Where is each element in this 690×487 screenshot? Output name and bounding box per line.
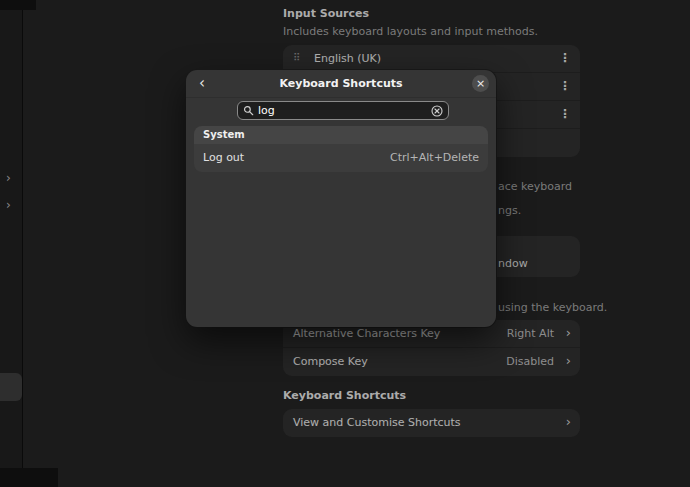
shortcut-section-header: System (194, 126, 488, 144)
search-input[interactable] (258, 104, 427, 117)
shortcut-accelerator: Ctrl+Alt+Delete (390, 151, 479, 164)
back-button[interactable]: ‹ (193, 74, 211, 92)
shortcut-search-entry[interactable] (237, 101, 449, 120)
dialog-title: Keyboard Shortcuts (186, 70, 496, 97)
shortcut-results-list: System Log out Ctrl+Alt+Delete (194, 126, 488, 172)
search-icon (243, 105, 254, 116)
shortcut-name: Log out (203, 151, 244, 164)
close-icon: × (476, 77, 485, 90)
close-button[interactable]: × (472, 75, 489, 92)
screen: › › Input Sources Includes keyboard layo… (0, 0, 690, 487)
keyboard-shortcuts-dialog: ‹ Keyboard Shortcuts × System Log out (186, 70, 496, 327)
clear-icon[interactable] (431, 105, 443, 117)
chevron-left-icon: ‹ (199, 74, 205, 92)
shortcut-row-log-out[interactable]: Log out Ctrl+Alt+Delete (194, 144, 488, 172)
dialog-header: ‹ Keyboard Shortcuts × (186, 70, 496, 98)
